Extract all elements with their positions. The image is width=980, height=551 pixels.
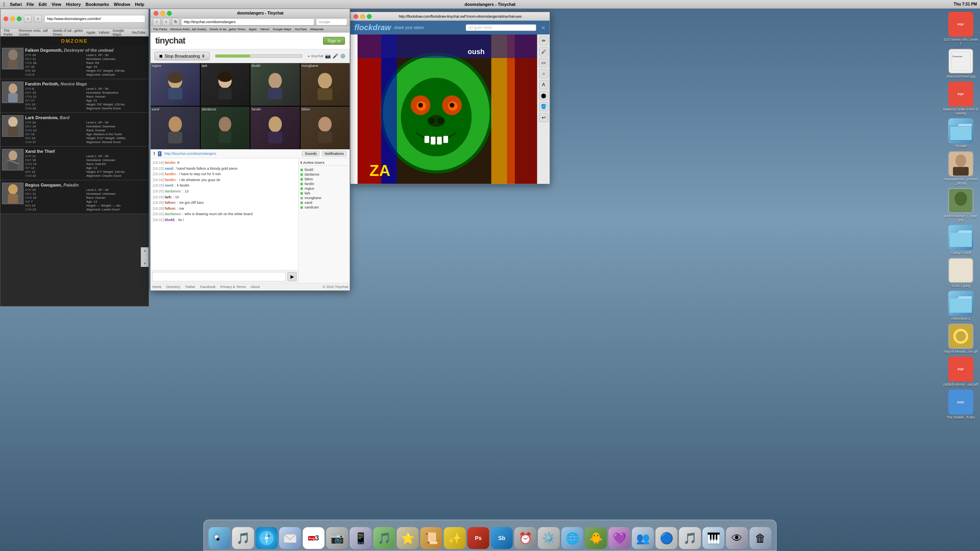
notifications-button[interactable]: Notifications (322, 151, 347, 156)
dock-timemachine[interactable]: ⏰ (514, 527, 536, 549)
bm-apple[interactable]: Apple (86, 31, 95, 34)
di-charsheet[interactable]: Character xharactersheet.jpg (943, 49, 978, 78)
tc-message-input[interactable] (152, 272, 286, 281)
tc-bm-wiki[interactable]: Wikipedia (310, 27, 324, 31)
tc-close-button[interactable] (154, 11, 158, 16)
dock-purple[interactable]: 💜 (608, 527, 630, 549)
menu-file[interactable]: File (27, 2, 34, 7)
di-tramp[interactable]: TRAMP (943, 118, 978, 148)
dock-preview[interactable]: 👁 (726, 527, 748, 549)
scroll-down-icon[interactable]: ▼ (143, 262, 147, 265)
menu-view[interactable]: View (51, 2, 61, 7)
menu-help[interactable]: Help (135, 2, 144, 7)
dock-star[interactable]: ⭐ (397, 527, 419, 549)
bm-youtube[interactable]: YouTube (132, 31, 145, 34)
footer-twitter[interactable]: Twitter (185, 285, 196, 289)
tc-send-button[interactable]: ▶ (287, 272, 297, 281)
volume-slider[interactable] (215, 54, 302, 58)
tc-bm-parks[interactable]: The Parks (153, 27, 167, 31)
tc-bm-gmaps[interactable]: Google Maps (273, 27, 292, 31)
di-scan1[interactable]: Scan 1.jpeg (943, 258, 978, 288)
menu-edit[interactable]: Edit (39, 2, 47, 7)
settings-icon[interactable]: ⚙️ (340, 53, 346, 59)
di-adventure[interactable]: Adventure 1 (943, 291, 978, 321)
minimize-button[interactable] (10, 16, 15, 21)
dock-script[interactable]: 📜 (420, 527, 442, 549)
tc-bm-youtube[interactable]: YouTube (294, 27, 307, 31)
footer-facebook[interactable]: Facebook (200, 285, 216, 289)
di-matorder[interactable]: PDF Material Order Form Drawing (943, 82, 978, 115)
dock-finder2[interactable]: 🎵 (232, 527, 254, 549)
fd-close-icon[interactable]: ✕ (541, 25, 546, 31)
fd-tool-bucket[interactable]: 🪣 (539, 102, 548, 111)
tc-forward-button[interactable]: › (162, 18, 170, 26)
dock-itunes[interactable]: 🎵 (373, 527, 395, 549)
fd-minimize-button[interactable] (360, 14, 365, 19)
fd-tool-circle[interactable]: ○ (539, 69, 548, 78)
di-goblin[interactable]: goblinshaman_l_arge.jpg (943, 188, 978, 222)
scrollbar[interactable]: ▲ ▼ (141, 247, 149, 267)
stop-broadcast-button[interactable]: ⏹ Stop Broadcasting 🎙 (154, 52, 210, 60)
tc-bm-antiv[interactable]: Remove Antiv...tall Guide) (170, 27, 206, 31)
sounds-button[interactable]: Sounds (302, 151, 319, 156)
tc-url-bar[interactable]: http://tinychat.com/doomslangers (181, 18, 314, 25)
fd-tool-fill[interactable]: ⬤ (539, 91, 548, 100)
dock-safari[interactable] (256, 527, 278, 549)
footer-privacy[interactable]: Privacy & Terms (220, 285, 246, 289)
bm-antiv[interactable]: Remove Antiv...tall Guide) (19, 29, 49, 36)
dock-ps[interactable]: Ps (467, 527, 489, 549)
dock-mail[interactable] (279, 527, 301, 549)
tc-maximize-button[interactable] (167, 11, 172, 16)
fd-tool-rect[interactable]: ▭ (539, 58, 548, 67)
tc-bm-seeds[interactable]: Seeds of ad...geles Times (209, 27, 245, 31)
fd-canvas-area[interactable]: oush ZA ✏ 🖊 ▭ ○ A ⬤ 🪣 ↩ (350, 34, 550, 184)
dmzone-url-bar[interactable]: http://www.doomslangers.com/dm/ (44, 15, 145, 23)
fd-maximize-button[interactable] (367, 14, 372, 19)
close-button[interactable] (4, 16, 8, 21)
cam-icon[interactable]: 📷 (325, 53, 331, 59)
maximize-button[interactable] (17, 16, 22, 21)
bm-gmaps[interactable]: Google Maps (113, 29, 128, 36)
fd-tool-pen[interactable]: 🖊 (539, 47, 548, 56)
di-mayor[interactable]: mayorjamven_portrait_ge.jpg (943, 151, 978, 185)
dock-sb[interactable]: Sb (491, 527, 513, 549)
dock-finder3[interactable]: 🔵 (655, 527, 677, 549)
di-dedefi[interactable]: DOC The Dedefi...ft.doc (943, 390, 978, 419)
fd-url-input[interactable]: url goes here! (466, 24, 536, 31)
fd-drawing-canvas[interactable]: oush ZA (350, 34, 550, 184)
scroll-up-icon[interactable]: ▲ (143, 249, 147, 252)
tc-search-bar[interactable]: Google (316, 18, 347, 25)
di-adnd[interactable]: PDF (ad&d)-Monst...ual.pdf (943, 357, 978, 386)
menu-safari[interactable]: Safari (10, 2, 22, 7)
menu-window[interactable]: Window (114, 2, 130, 7)
dock-adium[interactable]: 🐥 (585, 527, 607, 549)
dock-finder[interactable] (209, 527, 230, 549)
di-caseys[interactable]: Casey's Stuff (943, 225, 978, 255)
menu-history[interactable]: History (66, 2, 81, 7)
menu-bookmarks[interactable]: Bookmarks (85, 2, 109, 7)
bm-yahoo[interactable]: Yahoo! (98, 31, 109, 34)
tc-reload-button[interactable]: ↻ (172, 18, 180, 26)
fd-close-button[interactable] (354, 14, 358, 19)
di-ring[interactable]: ring-of-beauty...ion.gif (943, 324, 978, 353)
dock-phone[interactable]: 📱 (350, 527, 372, 549)
apple-menu[interactable]:  (3, 1, 5, 7)
forward-button[interactable]: › (34, 15, 42, 23)
dock-people[interactable]: 👥 (632, 527, 654, 549)
bm-parks[interactable]: The Parks (4, 29, 16, 36)
tc-url-display[interactable]: http://tinychat.com/doomslangers (165, 152, 216, 156)
dock-photo[interactable]: 📷 (326, 527, 348, 549)
dock-syspref[interactable]: ⚙️ (538, 527, 560, 549)
tc-back-button[interactable]: ‹ (153, 18, 161, 26)
tc-bm-apple[interactable]: Apple (249, 27, 256, 31)
fd-tool-pencil[interactable]: ✏ (539, 36, 548, 45)
fd-tool-text[interactable]: A (539, 80, 548, 89)
footer-home[interactable]: Home (152, 285, 162, 289)
dock-calendar[interactable]: Aug 3 (303, 527, 325, 549)
footer-about[interactable]: About (250, 285, 260, 289)
tinychat-tab-label[interactable]: tinychat (311, 54, 323, 58)
dock-itunes2[interactable]: 🎹 (702, 527, 724, 549)
tc-signin-button[interactable]: Sign in (323, 37, 345, 45)
dock-trash[interactable]: 🗑 (750, 527, 771, 549)
dock-net[interactable]: 🌐 (561, 527, 583, 549)
